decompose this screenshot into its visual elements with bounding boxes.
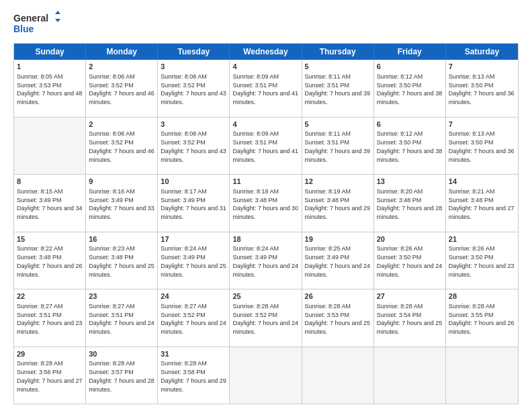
calendar-cell: 16Sunrise: 8:23 AMSunset: 3:48 PMDayligh… — [86, 232, 158, 289]
calendar-cell: 9Sunrise: 8:16 AMSunset: 3:49 PMDaylight… — [86, 175, 158, 232]
header-friday: Friday — [374, 44, 446, 60]
calendar-header: Sunday Monday Tuesday Wednesday Thursday… — [14, 44, 518, 60]
calendar-row: 8Sunrise: 8:15 AMSunset: 3:49 PMDaylight… — [14, 174, 518, 232]
calendar-cell: 1Sunrise: 8:05 AMSunset: 3:53 PMDaylight… — [14, 60, 86, 117]
calendar-cell — [446, 347, 518, 404]
calendar-cell: 18Sunrise: 8:24 AMSunset: 3:49 PMDayligh… — [230, 232, 302, 289]
calendar-cell: 3Sunrise: 8:08 AMSunset: 3:52 PMDaylight… — [158, 118, 230, 175]
calendar-cell: 2Sunrise: 8:06 AMSunset: 3:52 PMDaylight… — [86, 118, 158, 175]
calendar-cell — [302, 347, 374, 404]
calendar-cell: 23Sunrise: 8:27 AMSunset: 3:51 PMDayligh… — [86, 289, 158, 347]
calendar-row: 15Sunrise: 8:22 AMSunset: 3:48 PMDayligh… — [14, 232, 518, 289]
svg-text:General: General — [13, 13, 48, 24]
calendar-cell: 4Sunrise: 8:09 AMSunset: 3:51 PMDaylight… — [230, 118, 302, 175]
calendar-row: 1Sunrise: 8:05 AMSunset: 3:53 PMDaylight… — [14, 60, 518, 117]
calendar-cell: 22Sunrise: 8:27 AMSunset: 3:51 PMDayligh… — [14, 289, 86, 347]
header-thursday: Thursday — [302, 44, 374, 60]
calendar-cell: 15Sunrise: 8:22 AMSunset: 3:48 PMDayligh… — [14, 232, 86, 289]
calendar-cell: 29Sunrise: 8:28 AMSunset: 3:56 PMDayligh… — [14, 347, 86, 404]
calendar-row: 29Sunrise: 8:28 AMSunset: 3:56 PMDayligh… — [14, 347, 518, 404]
svg-marker-3 — [55, 19, 60, 22]
header-tuesday: Tuesday — [158, 44, 230, 60]
header-sunday: Sunday — [14, 44, 86, 60]
calendar-cell: 14Sunrise: 8:21 AMSunset: 3:48 PMDayligh… — [446, 175, 518, 232]
svg-text:Blue: Blue — [13, 24, 34, 34]
calendar-cell: 30Sunrise: 8:28 AMSunset: 3:57 PMDayligh… — [86, 347, 158, 404]
calendar-cell: 26Sunrise: 8:28 AMSunset: 3:53 PMDayligh… — [302, 289, 374, 347]
calendar-cell: 8Sunrise: 8:15 AMSunset: 3:49 PMDaylight… — [14, 175, 86, 232]
calendar-cell: 7Sunrise: 8:13 AMSunset: 3:50 PMDaylight… — [446, 118, 518, 175]
calendar-cell: 25Sunrise: 8:28 AMSunset: 3:52 PMDayligh… — [230, 289, 302, 347]
calendar-cell: 21Sunrise: 8:26 AMSunset: 3:50 PMDayligh… — [446, 232, 518, 289]
calendar-cell: 28Sunrise: 8:28 AMSunset: 3:55 PMDayligh… — [446, 289, 518, 347]
calendar-cell: 17Sunrise: 8:24 AMSunset: 3:49 PMDayligh… — [158, 232, 230, 289]
calendar-cell: 3Sunrise: 8:08 AMSunset: 3:52 PMDaylight… — [158, 60, 230, 117]
calendar-cell — [14, 118, 86, 175]
calendar-cell: 11Sunrise: 8:18 AMSunset: 3:48 PMDayligh… — [230, 175, 302, 232]
logo: General Blue — [13, 11, 60, 36]
calendar-cell: 10Sunrise: 8:17 AMSunset: 3:49 PMDayligh… — [158, 175, 230, 232]
calendar-cell: 13Sunrise: 8:20 AMSunset: 3:48 PMDayligh… — [374, 175, 446, 232]
header: General Blue — [13, 11, 519, 36]
calendar-cell: 20Sunrise: 8:26 AMSunset: 3:50 PMDayligh… — [374, 232, 446, 289]
calendar-cell: 2Sunrise: 8:06 AMSunset: 3:52 PMDaylight… — [86, 60, 158, 117]
calendar-cell — [374, 347, 446, 404]
calendar-row: 2Sunrise: 8:06 AMSunset: 3:52 PMDaylight… — [14, 117, 518, 175]
calendar-body: 1Sunrise: 8:05 AMSunset: 3:53 PMDaylight… — [14, 60, 518, 404]
calendar-row: 22Sunrise: 8:27 AMSunset: 3:51 PMDayligh… — [14, 289, 518, 347]
calendar-cell: 5Sunrise: 8:11 AMSunset: 3:51 PMDaylight… — [302, 118, 374, 175]
header-wednesday: Wednesday — [230, 44, 302, 60]
calendar-cell: 12Sunrise: 8:19 AMSunset: 3:48 PMDayligh… — [302, 175, 374, 232]
logo-svg: General Blue — [13, 11, 60, 36]
svg-marker-2 — [55, 11, 60, 14]
calendar-cell — [230, 347, 302, 404]
calendar-cell: 5Sunrise: 8:11 AMSunset: 3:51 PMDaylight… — [302, 60, 374, 117]
calendar-cell: 31Sunrise: 8:28 AMSunset: 3:58 PMDayligh… — [158, 347, 230, 404]
calendar-cell: 6Sunrise: 8:12 AMSunset: 3:50 PMDaylight… — [374, 118, 446, 175]
calendar-cell: 6Sunrise: 8:12 AMSunset: 3:50 PMDaylight… — [374, 60, 446, 117]
calendar-cell: 24Sunrise: 8:27 AMSunset: 3:52 PMDayligh… — [158, 289, 230, 347]
page: General Blue Sunday Monday Tuesday Wedne… — [0, 0, 532, 411]
calendar-cell: 19Sunrise: 8:25 AMSunset: 3:49 PMDayligh… — [302, 232, 374, 289]
calendar-cell: 27Sunrise: 8:28 AMSunset: 3:54 PMDayligh… — [374, 289, 446, 347]
header-saturday: Saturday — [446, 44, 518, 60]
header-monday: Monday — [86, 44, 158, 60]
calendar: Sunday Monday Tuesday Wednesday Thursday… — [13, 43, 519, 404]
calendar-cell: 4Sunrise: 8:09 AMSunset: 3:51 PMDaylight… — [230, 60, 302, 117]
calendar-cell: 7Sunrise: 8:13 AMSunset: 3:50 PMDaylight… — [446, 60, 518, 117]
